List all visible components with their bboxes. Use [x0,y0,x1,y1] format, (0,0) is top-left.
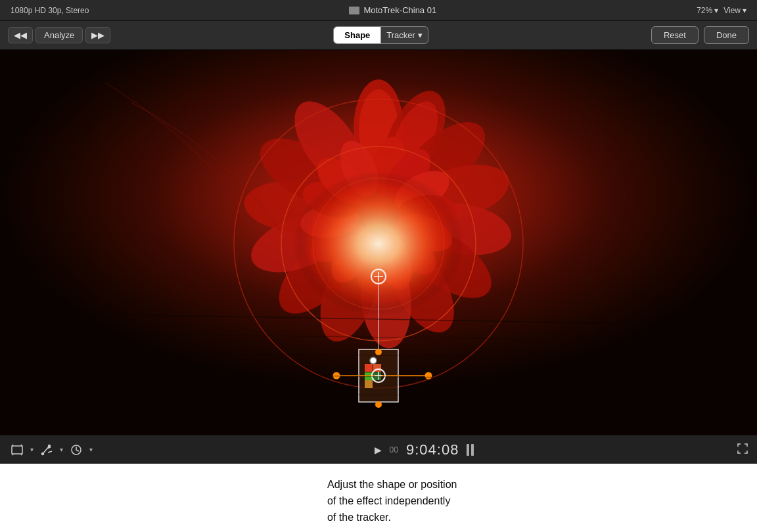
shape-tracker-controls: Shape Tracker ▾ [333,26,428,44]
toolbar: ◀◀ Analyze ▶▶ Shape Tracker ▾ Reset Done [0,21,757,50]
svg-point-63 [42,453,44,454]
film-icon [349,7,359,14]
done-button[interactable]: Done [704,26,749,44]
svg-rect-62 [12,446,22,454]
svg-point-64 [49,445,51,447]
video-background [0,50,757,435]
speed-tool-button[interactable] [67,441,85,459]
timecode: 9:04:08 [406,441,459,458]
nav-controls: ◀◀ Analyze ▶▶ [8,27,110,43]
title-group: MotoTrek-China 01 [349,5,436,15]
magic-tool-button[interactable] [37,441,56,459]
analyze-button[interactable]: Analyze [35,27,83,43]
tooltip-area: Adjust the shape or position of the effe… [0,464,757,532]
tooltip-line2: of the effect independently [327,495,450,506]
prev-button[interactable]: ◀◀ [8,27,33,43]
project-title: MotoTrek-China 01 [363,5,436,15]
rect-tool-button[interactable] [8,441,26,459]
tooltip-line1: Adjust the shape or position [327,479,457,490]
tooltip-line3: of the tracker. [327,512,391,523]
zoom-dropdown[interactable]: 72% ▾ [697,6,718,15]
reset-button[interactable]: Reset [651,26,699,44]
play-button[interactable]: ▶ [375,445,382,455]
tooltip-text: Adjust the shape or position of the effe… [327,477,457,525]
playback-bar: ▾ ▾ ▾ ▶ 00 9:04:08 [0,435,757,464]
format-label: 1080p HD 30p, Stereo [11,6,89,15]
top-bar: 1080p HD 30p, Stereo MotoTrek-China 01 7… [0,0,757,21]
tracker-dropdown[interactable]: Tracker ▾ [380,27,428,43]
video-container [0,50,757,435]
pause-icon[interactable] [467,444,474,456]
view-dropdown[interactable]: View ▾ [723,6,746,15]
shape-tracker-group: Shape Tracker ▾ [333,26,428,44]
rect-tool-dropdown[interactable]: ▾ [29,445,35,454]
playback-tools: ▾ ▾ ▾ [8,441,94,459]
fullscreen-button[interactable] [736,442,749,458]
next-button[interactable]: ▶▶ [85,27,110,43]
top-bar-right: 72% ▾ View ▾ [697,6,746,15]
shape-tab[interactable]: Shape [334,27,380,43]
speed-tool-dropdown[interactable]: ▾ [88,445,94,454]
action-buttons: Reset Done [651,26,749,44]
playback-center: ▶ 00 9:04:08 [99,441,749,458]
magic-tool-dropdown[interactable]: ▾ [58,445,64,454]
